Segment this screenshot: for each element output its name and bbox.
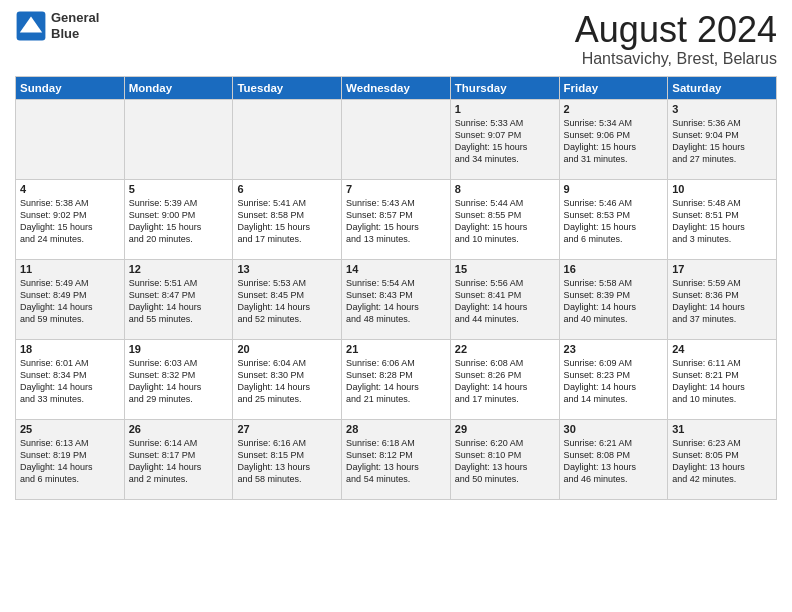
day-info: Sunrise: 5:53 AM Sunset: 8:45 PM Dayligh…: [237, 277, 337, 326]
table-row: 10Sunrise: 5:48 AM Sunset: 8:51 PM Dayli…: [668, 179, 777, 259]
day-info: Sunrise: 5:43 AM Sunset: 8:57 PM Dayligh…: [346, 197, 446, 246]
table-row: 27Sunrise: 6:16 AM Sunset: 8:15 PM Dayli…: [233, 419, 342, 499]
table-row: 12Sunrise: 5:51 AM Sunset: 8:47 PM Dayli…: [124, 259, 233, 339]
header: General Blue August 2024 Hantsavichy, Br…: [15, 10, 777, 68]
day-number: 28: [346, 423, 446, 435]
calendar-week-row: 25Sunrise: 6:13 AM Sunset: 8:19 PM Dayli…: [16, 419, 777, 499]
day-number: 3: [672, 103, 772, 115]
table-row: 9Sunrise: 5:46 AM Sunset: 8:53 PM Daylig…: [559, 179, 668, 259]
day-info: Sunrise: 5:58 AM Sunset: 8:39 PM Dayligh…: [564, 277, 664, 326]
day-number: 25: [20, 423, 120, 435]
day-info: Sunrise: 6:06 AM Sunset: 8:28 PM Dayligh…: [346, 357, 446, 406]
day-number: 10: [672, 183, 772, 195]
day-number: 5: [129, 183, 229, 195]
day-info: Sunrise: 5:44 AM Sunset: 8:55 PM Dayligh…: [455, 197, 555, 246]
day-number: 2: [564, 103, 664, 115]
day-info: Sunrise: 5:46 AM Sunset: 8:53 PM Dayligh…: [564, 197, 664, 246]
table-row: 14Sunrise: 5:54 AM Sunset: 8:43 PM Dayli…: [342, 259, 451, 339]
col-thursday: Thursday: [450, 76, 559, 99]
day-number: 4: [20, 183, 120, 195]
day-info: Sunrise: 6:08 AM Sunset: 8:26 PM Dayligh…: [455, 357, 555, 406]
day-number: 15: [455, 263, 555, 275]
col-monday: Monday: [124, 76, 233, 99]
logo: General Blue: [15, 10, 99, 42]
day-info: Sunrise: 6:16 AM Sunset: 8:15 PM Dayligh…: [237, 437, 337, 486]
day-info: Sunrise: 6:04 AM Sunset: 8:30 PM Dayligh…: [237, 357, 337, 406]
day-number: 31: [672, 423, 772, 435]
day-info: Sunrise: 6:03 AM Sunset: 8:32 PM Dayligh…: [129, 357, 229, 406]
calendar-week-row: 4Sunrise: 5:38 AM Sunset: 9:02 PM Daylig…: [16, 179, 777, 259]
day-info: Sunrise: 6:11 AM Sunset: 8:21 PM Dayligh…: [672, 357, 772, 406]
day-info: Sunrise: 6:20 AM Sunset: 8:10 PM Dayligh…: [455, 437, 555, 486]
day-info: Sunrise: 5:59 AM Sunset: 8:36 PM Dayligh…: [672, 277, 772, 326]
title-block: August 2024 Hantsavichy, Brest, Belarus: [575, 10, 777, 68]
day-number: 22: [455, 343, 555, 355]
day-number: 12: [129, 263, 229, 275]
day-number: 9: [564, 183, 664, 195]
day-info: Sunrise: 5:48 AM Sunset: 8:51 PM Dayligh…: [672, 197, 772, 246]
table-row: 24Sunrise: 6:11 AM Sunset: 8:21 PM Dayli…: [668, 339, 777, 419]
table-row: 5Sunrise: 5:39 AM Sunset: 9:00 PM Daylig…: [124, 179, 233, 259]
table-row: 28Sunrise: 6:18 AM Sunset: 8:12 PM Dayli…: [342, 419, 451, 499]
day-info: Sunrise: 5:41 AM Sunset: 8:58 PM Dayligh…: [237, 197, 337, 246]
day-info: Sunrise: 5:34 AM Sunset: 9:06 PM Dayligh…: [564, 117, 664, 166]
day-number: 29: [455, 423, 555, 435]
table-row: 11Sunrise: 5:49 AM Sunset: 8:49 PM Dayli…: [16, 259, 125, 339]
table-row: 19Sunrise: 6:03 AM Sunset: 8:32 PM Dayli…: [124, 339, 233, 419]
day-number: 16: [564, 263, 664, 275]
day-info: Sunrise: 5:49 AM Sunset: 8:49 PM Dayligh…: [20, 277, 120, 326]
day-info: Sunrise: 6:14 AM Sunset: 8:17 PM Dayligh…: [129, 437, 229, 486]
col-tuesday: Tuesday: [233, 76, 342, 99]
col-saturday: Saturday: [668, 76, 777, 99]
day-info: Sunrise: 5:56 AM Sunset: 8:41 PM Dayligh…: [455, 277, 555, 326]
table-row: 7Sunrise: 5:43 AM Sunset: 8:57 PM Daylig…: [342, 179, 451, 259]
day-number: 23: [564, 343, 664, 355]
day-info: Sunrise: 5:38 AM Sunset: 9:02 PM Dayligh…: [20, 197, 120, 246]
table-row: 22Sunrise: 6:08 AM Sunset: 8:26 PM Dayli…: [450, 339, 559, 419]
day-info: Sunrise: 6:21 AM Sunset: 8:08 PM Dayligh…: [564, 437, 664, 486]
day-number: 30: [564, 423, 664, 435]
day-info: Sunrise: 5:51 AM Sunset: 8:47 PM Dayligh…: [129, 277, 229, 326]
table-row: [233, 99, 342, 179]
day-info: Sunrise: 6:23 AM Sunset: 8:05 PM Dayligh…: [672, 437, 772, 486]
calendar-week-row: 18Sunrise: 6:01 AM Sunset: 8:34 PM Dayli…: [16, 339, 777, 419]
calendar-week-row: 1Sunrise: 5:33 AM Sunset: 9:07 PM Daylig…: [16, 99, 777, 179]
table-row: 29Sunrise: 6:20 AM Sunset: 8:10 PM Dayli…: [450, 419, 559, 499]
table-row: 31Sunrise: 6:23 AM Sunset: 8:05 PM Dayli…: [668, 419, 777, 499]
table-row: 23Sunrise: 6:09 AM Sunset: 8:23 PM Dayli…: [559, 339, 668, 419]
table-row: 1Sunrise: 5:33 AM Sunset: 9:07 PM Daylig…: [450, 99, 559, 179]
calendar-header-row: Sunday Monday Tuesday Wednesday Thursday…: [16, 76, 777, 99]
day-info: Sunrise: 6:18 AM Sunset: 8:12 PM Dayligh…: [346, 437, 446, 486]
table-row: [124, 99, 233, 179]
logo-icon: [15, 10, 47, 42]
day-number: 17: [672, 263, 772, 275]
day-number: 24: [672, 343, 772, 355]
table-row: 8Sunrise: 5:44 AM Sunset: 8:55 PM Daylig…: [450, 179, 559, 259]
table-row: 13Sunrise: 5:53 AM Sunset: 8:45 PM Dayli…: [233, 259, 342, 339]
day-info: Sunrise: 6:01 AM Sunset: 8:34 PM Dayligh…: [20, 357, 120, 406]
day-number: 26: [129, 423, 229, 435]
table-row: 18Sunrise: 6:01 AM Sunset: 8:34 PM Dayli…: [16, 339, 125, 419]
day-number: 21: [346, 343, 446, 355]
table-row: 30Sunrise: 6:21 AM Sunset: 8:08 PM Dayli…: [559, 419, 668, 499]
day-number: 7: [346, 183, 446, 195]
day-info: Sunrise: 5:33 AM Sunset: 9:07 PM Dayligh…: [455, 117, 555, 166]
day-info: Sunrise: 6:13 AM Sunset: 8:19 PM Dayligh…: [20, 437, 120, 486]
day-info: Sunrise: 5:54 AM Sunset: 8:43 PM Dayligh…: [346, 277, 446, 326]
day-number: 18: [20, 343, 120, 355]
table-row: 16Sunrise: 5:58 AM Sunset: 8:39 PM Dayli…: [559, 259, 668, 339]
day-number: 19: [129, 343, 229, 355]
day-number: 27: [237, 423, 337, 435]
day-number: 14: [346, 263, 446, 275]
day-number: 11: [20, 263, 120, 275]
logo-text: General Blue: [51, 10, 99, 41]
col-friday: Friday: [559, 76, 668, 99]
table-row: 4Sunrise: 5:38 AM Sunset: 9:02 PM Daylig…: [16, 179, 125, 259]
day-number: 13: [237, 263, 337, 275]
table-row: 6Sunrise: 5:41 AM Sunset: 8:58 PM Daylig…: [233, 179, 342, 259]
calendar-body: 1Sunrise: 5:33 AM Sunset: 9:07 PM Daylig…: [16, 99, 777, 499]
table-row: 21Sunrise: 6:06 AM Sunset: 8:28 PM Dayli…: [342, 339, 451, 419]
table-row: 17Sunrise: 5:59 AM Sunset: 8:36 PM Dayli…: [668, 259, 777, 339]
table-row: [342, 99, 451, 179]
day-info: Sunrise: 5:39 AM Sunset: 9:00 PM Dayligh…: [129, 197, 229, 246]
